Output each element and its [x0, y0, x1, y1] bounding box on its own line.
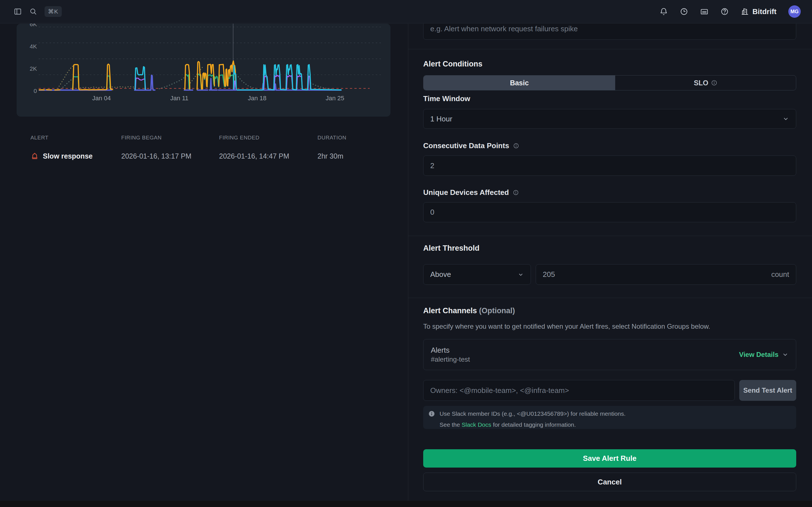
sidebar-toggle-icon — [13, 7, 22, 16]
threshold-comparator-select[interactable]: Above — [423, 264, 531, 285]
conditions-mode-tabs: Basic SLO — [423, 75, 796, 91]
optional-label: (Optional) — [479, 306, 515, 315]
org-switcher[interactable]: Bitdrift — [741, 7, 776, 16]
threshold-row: Above count — [423, 264, 796, 285]
shortcuts-button[interactable] — [700, 7, 709, 16]
column-header-firing-ended: FIRING ENDED — [219, 134, 259, 141]
threshold-comparator-value: Above — [430, 270, 451, 279]
view-details-label: View Details — [739, 351, 778, 358]
search-shortcut-badge[interactable]: ⌘K — [45, 6, 62, 17]
firing-began-value: 2026-01-16, 13:17 PM — [121, 149, 192, 163]
column-header-duration: DURATION — [317, 134, 347, 141]
owners-field[interactable] — [423, 380, 735, 401]
svg-text:2K: 2K — [30, 65, 37, 72]
alert-channels-heading-text: Alert Channels — [423, 306, 477, 315]
sidebar-toggle-button[interactable] — [13, 7, 22, 16]
slack-note-line2: See the Slack Docs for detailed tagging … — [440, 421, 626, 429]
threshold-value-input[interactable] — [543, 270, 771, 279]
alert-metric-chart[interactable]: 6K4K2K0Jan 04Jan 11Jan 18Jan 25 — [17, 24, 391, 117]
time-window-value: 1 Hour — [430, 115, 452, 123]
help-button[interactable] — [720, 7, 729, 16]
notification-group-name: Alerts — [431, 345, 470, 355]
alert-threshold-heading: Alert Threshold — [423, 244, 796, 252]
cancel-button[interactable]: Cancel — [423, 473, 796, 491]
section-divider — [408, 49, 812, 49]
info-icon — [513, 189, 519, 195]
chevron-down-icon — [782, 115, 789, 122]
alert-history-row[interactable]: Slow response 2026-01-16, 13:17 PM 2026-… — [0, 149, 408, 163]
tab-slo-label: SLO — [694, 79, 708, 87]
tab-basic-label: Basic — [510, 79, 529, 87]
unique-devices-field[interactable] — [423, 202, 796, 222]
chevron-down-icon — [518, 272, 524, 278]
alert-description-input[interactable] — [430, 24, 789, 33]
info-icon — [711, 80, 717, 86]
svg-text:Jan 04: Jan 04 — [92, 95, 111, 102]
svg-text:Jan 18: Jan 18 — [248, 95, 266, 102]
notification-group-channel: #alerting-test — [431, 355, 470, 364]
alert-channels-heading: Alert Channels (Optional) — [423, 306, 796, 315]
svg-text:0: 0 — [34, 88, 37, 94]
consecutive-label-text: Consecutive Data Points — [423, 141, 509, 150]
info-icon — [513, 143, 519, 149]
help-icon — [720, 7, 729, 16]
info-icon — [428, 410, 435, 417]
avatar[interactable]: MG — [788, 5, 801, 18]
view-details-link[interactable]: View Details — [739, 351, 789, 358]
section-divider — [408, 298, 812, 298]
unique-devices-label: Unique Devices Affected — [423, 188, 796, 197]
unique-devices-label-text: Unique Devices Affected — [423, 188, 509, 197]
slack-note-suffix: for detailed tagging information. — [493, 421, 576, 428]
column-header-firing-began: FIRING BEGAN — [121, 134, 161, 141]
org-name: Bitdrift — [753, 7, 776, 16]
slack-note-prefix: See the — [440, 421, 460, 428]
chevron-down-icon — [782, 351, 789, 358]
alert-history-header-row: ALERT FIRING BEGAN FIRING ENDED DURATION — [0, 134, 408, 141]
duration-value: 2hr 30m — [317, 149, 343, 163]
building-icon — [741, 7, 749, 16]
bell-icon — [659, 7, 668, 16]
svg-text:4K: 4K — [30, 43, 37, 50]
slack-note: Use Slack member IDs (e.g., <@U012345678… — [423, 406, 796, 429]
threshold-unit: count — [771, 270, 789, 279]
alert-preview-pane: 6K4K2K0Jan 04Jan 11Jan 18Jan 25 ALERT FI… — [0, 24, 408, 501]
channels-description: To specify where you want to get notifie… — [423, 322, 796, 331]
history-button[interactable] — [680, 7, 688, 16]
alert-settings-pane: Alert Conditions Basic SLO Time Window 1… — [408, 24, 812, 501]
svg-text:6K: 6K — [30, 24, 37, 27]
tab-slo[interactable]: SLO — [615, 75, 796, 90]
slack-note-line1: Use Slack member IDs (e.g., <@U012345678… — [440, 410, 626, 417]
app-window: ⌘K — [0, 0, 812, 501]
firing-ended-value: 2026-01-16, 14:47 PM — [219, 149, 289, 163]
threshold-value-field[interactable]: count — [536, 264, 796, 285]
alert-conditions-heading: Alert Conditions — [423, 59, 796, 68]
consecutive-data-points-input[interactable] — [430, 161, 789, 170]
search-button[interactable] — [29, 8, 37, 15]
owners-input[interactable] — [430, 386, 728, 395]
alert-name: Slow response — [43, 152, 93, 160]
section-divider — [408, 236, 812, 236]
svg-text:Jan 11: Jan 11 — [170, 95, 188, 102]
tab-basic[interactable]: Basic — [423, 75, 615, 90]
consecutive-data-points-field[interactable] — [423, 156, 796, 176]
consecutive-data-points-label: Consecutive Data Points — [423, 141, 796, 150]
unique-devices-input[interactable] — [430, 208, 789, 217]
topbar: ⌘K — [0, 0, 812, 23]
time-window-label-text: Time Window — [423, 94, 470, 103]
alert-metric-chart-card: 6K4K2K0Jan 04Jan 11Jan 18Jan 25 — [17, 24, 391, 117]
clock-icon — [680, 7, 688, 16]
slack-docs-link[interactable]: Slack Docs — [462, 421, 491, 428]
search-icon — [29, 8, 37, 15]
alert-description-field[interactable] — [423, 24, 796, 40]
save-alert-rule-button[interactable]: Save Alert Rule — [423, 449, 796, 467]
time-window-select[interactable]: 1 Hour — [423, 109, 796, 129]
keyboard-icon — [700, 7, 709, 16]
column-header-alert: ALERT — [31, 134, 49, 141]
owners-row: Send Test Alert — [423, 380, 796, 401]
svg-text:Jan 25: Jan 25 — [326, 95, 344, 102]
notification-group-card[interactable]: Alerts #alerting-test View Details — [423, 339, 796, 370]
notifications-button[interactable] — [659, 7, 668, 16]
send-test-alert-button[interactable]: Send Test Alert — [739, 380, 796, 401]
alarm-icon — [31, 152, 39, 160]
time-window-label: Time Window — [423, 94, 796, 103]
